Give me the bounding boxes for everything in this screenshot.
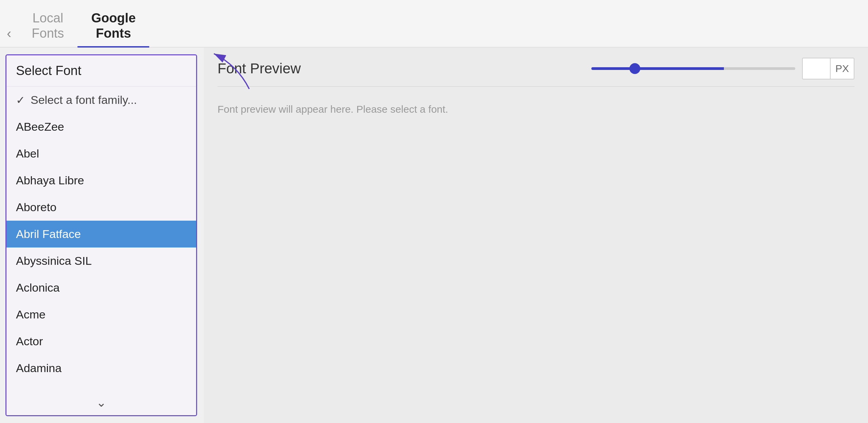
- right-panel: Font Preview 30 PX Font preview will app…: [204, 48, 868, 423]
- font-item-label: Abel: [16, 147, 39, 160]
- tab-local-label-line2: Fonts: [32, 26, 64, 41]
- font-item-label: Acme: [16, 308, 46, 321]
- size-input-wrapper: 30 PX: [802, 58, 854, 79]
- font-item-label: Abril Fatface: [16, 227, 81, 241]
- check-icon: ✓: [16, 94, 25, 107]
- size-unit-label: PX: [830, 58, 854, 79]
- font-item-label: Select a font family...: [31, 93, 137, 107]
- font-item-abyssinica-sil[interactable]: Abyssinica SIL: [6, 247, 196, 274]
- font-item-advent-pro[interactable]: Advent Pro: [6, 382, 196, 390]
- left-panel: Select Font ✓ Select a font family... AB…: [0, 48, 204, 423]
- font-item-label: Adamina: [16, 362, 62, 375]
- tab-google-label-line1: Google: [91, 11, 136, 26]
- font-preview-title: Font Preview: [218, 60, 301, 77]
- font-item-abel[interactable]: Abel: [6, 140, 196, 167]
- font-list[interactable]: ✓ Select a font family... ABeeZee Abel A…: [6, 87, 196, 390]
- font-item-label: Aboreto: [16, 201, 56, 214]
- font-item-aclonica[interactable]: Aclonica: [6, 274, 196, 301]
- font-item-actor[interactable]: Actor: [6, 328, 196, 355]
- dropdown-footer: ⌄: [6, 390, 196, 415]
- font-item-label: ABeeZee: [16, 120, 64, 133]
- main-content: Select Font ✓ Select a font family... AB…: [0, 48, 868, 423]
- font-size-slider[interactable]: [591, 67, 795, 70]
- font-preview-header: Font Preview 30 PX: [218, 58, 854, 87]
- slider-controls: 30 PX: [591, 58, 854, 79]
- tab-local-label-line1: Local: [32, 11, 63, 26]
- font-item-label: Abyssinica SIL: [16, 254, 92, 268]
- tab-bar: ‹ Local Fonts Google Fonts: [0, 0, 868, 48]
- size-input[interactable]: 30: [803, 58, 830, 79]
- tab-google-fonts[interactable]: Google Fonts: [77, 11, 149, 47]
- font-item-abhaya-libre[interactable]: Abhaya Libre: [6, 167, 196, 194]
- select-font-dropdown[interactable]: Select Font ✓ Select a font family... AB…: [5, 54, 197, 416]
- font-item-abeezee[interactable]: ABeeZee: [6, 113, 196, 140]
- font-item-label: Aclonica: [16, 281, 60, 294]
- dropdown-header: Select Font: [6, 55, 196, 87]
- font-item-aboreto[interactable]: Aboreto: [6, 194, 196, 221]
- font-item-label: Abhaya Libre: [16, 174, 84, 187]
- back-button[interactable]: ‹: [7, 26, 11, 40]
- tab-google-label-line2: Fonts: [96, 26, 131, 41]
- tab-local-fonts[interactable]: Local Fonts: [18, 11, 77, 47]
- chevron-down-icon: ⌄: [96, 396, 106, 410]
- font-item-label: Actor: [16, 335, 43, 348]
- font-item-abril-fatface[interactable]: Abril Fatface: [6, 221, 196, 247]
- font-item-adamina[interactable]: Adamina: [6, 355, 196, 382]
- font-item-default[interactable]: ✓ Select a font family...: [6, 87, 196, 113]
- preview-placeholder-text: Font preview will appear here. Please se…: [218, 104, 854, 115]
- font-item-acme[interactable]: Acme: [6, 301, 196, 328]
